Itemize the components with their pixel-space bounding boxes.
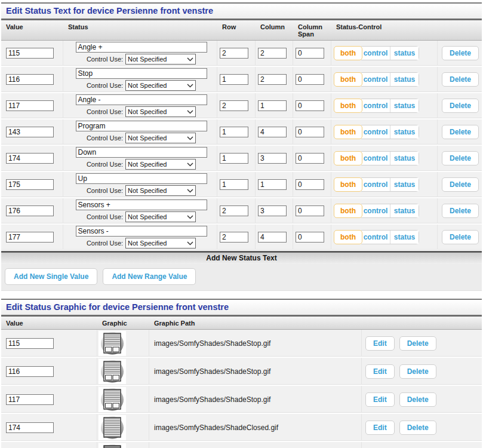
status-control-status-button[interactable]: status	[390, 125, 419, 139]
delete-button[interactable]: Delete	[442, 72, 479, 87]
status-control-status-button[interactable]: status	[390, 73, 419, 86]
row-input[interactable]	[220, 205, 248, 216]
column-input[interactable]	[258, 205, 287, 216]
delete-button[interactable]: Delete	[442, 204, 479, 218]
control-use-select[interactable]: Not Specified	[125, 133, 196, 143]
column-span-input[interactable]	[296, 205, 324, 216]
delete-button[interactable]: Delete	[442, 46, 479, 60]
value-input[interactable]	[6, 100, 54, 111]
value-input[interactable]	[6, 153, 54, 164]
edit-button[interactable]: Edit	[365, 364, 395, 379]
row-input[interactable]	[220, 153, 248, 164]
column-input[interactable]	[258, 74, 287, 85]
column-span-input[interactable]	[296, 127, 324, 137]
status-text-input[interactable]	[76, 147, 207, 158]
value-input[interactable]	[6, 232, 54, 243]
column-input[interactable]	[258, 153, 287, 164]
value-input[interactable]	[6, 422, 54, 433]
status-text-input[interactable]	[76, 68, 207, 79]
status-text-input[interactable]	[76, 200, 207, 210]
status-control-control-button[interactable]: control	[361, 204, 390, 217]
row-input[interactable]	[220, 48, 248, 59]
status-control-control-button[interactable]: control	[361, 152, 390, 165]
status-control-control-button[interactable]: control	[361, 99, 390, 112]
delete-button[interactable]: Delete	[442, 151, 479, 165]
column-input[interactable]	[258, 179, 287, 190]
status-control-control-button[interactable]: control	[361, 47, 390, 60]
status-control-status-button[interactable]: status	[390, 99, 419, 112]
status-text-input[interactable]	[76, 121, 207, 131]
control-use-select[interactable]: Not Specified	[125, 211, 196, 222]
control-use-select[interactable]: Not Specified	[125, 159, 196, 170]
add-new-range-value-button[interactable]: Add New Range Value	[103, 268, 196, 285]
delete-button[interactable]: Delete	[399, 336, 436, 351]
row-input[interactable]	[220, 100, 248, 111]
column-header-value: Value	[1, 20, 63, 33]
status-control-rest: control status	[361, 204, 419, 218]
control-use-select[interactable]: Not Specified	[125, 106, 196, 117]
delete-button[interactable]: Delete	[442, 230, 479, 244]
status-control-both-button[interactable]: both	[334, 125, 362, 139]
row-input[interactable]	[220, 232, 248, 243]
status-text-input[interactable]	[76, 94, 207, 105]
column-span-input[interactable]	[296, 179, 324, 190]
status-control-status-button[interactable]: status	[390, 47, 419, 60]
delete-button[interactable]: Delete	[399, 421, 436, 435]
value-input[interactable]	[6, 74, 54, 85]
value-input[interactable]	[6, 366, 54, 377]
status-control-both-button[interactable]: both	[334, 151, 362, 165]
column-span-input[interactable]	[296, 48, 324, 59]
status-control-control-button[interactable]: control	[361, 231, 390, 244]
row-input[interactable]	[220, 127, 248, 137]
status-control-both-button[interactable]: both	[334, 204, 362, 218]
status-control-both-button[interactable]: both	[334, 46, 362, 60]
column-span-input[interactable]	[296, 74, 324, 85]
value-input[interactable]	[6, 179, 54, 190]
status-control-both-button[interactable]: both	[334, 72, 362, 87]
control-use-select[interactable]: Not Specified	[125, 80, 196, 91]
status-control-control-button[interactable]: control	[361, 73, 390, 86]
column-span-input[interactable]	[296, 100, 324, 111]
status-text-row: Control Use: Not Specified	[1, 225, 482, 251]
status-control-both-button[interactable]: both	[334, 99, 362, 113]
control-use-select[interactable]: Not Specified	[125, 54, 196, 65]
status-text-input[interactable]	[76, 173, 207, 184]
control-use-select[interactable]: Not Specified	[125, 238, 196, 248]
status-control-both-button[interactable]: both	[334, 177, 362, 192]
value-input[interactable]	[6, 394, 54, 405]
value-input[interactable]	[6, 205, 54, 216]
row-input[interactable]	[220, 74, 248, 85]
edit-button[interactable]: Edit	[365, 336, 395, 351]
edit-button[interactable]: Edit	[365, 392, 395, 407]
status-text-input[interactable]	[76, 42, 207, 53]
value-input[interactable]	[6, 127, 54, 137]
column-input[interactable]	[258, 232, 287, 243]
column-span-input[interactable]	[296, 232, 324, 243]
add-new-single-value-button[interactable]: Add New Single Value	[5, 268, 97, 285]
column-header-row: Row	[217, 20, 256, 33]
status-control-status-button[interactable]: status	[390, 231, 419, 244]
edit-button[interactable]: Edit	[365, 421, 395, 435]
status-control-status-button[interactable]: status	[390, 204, 419, 217]
value-input[interactable]	[6, 48, 54, 59]
status-text-input[interactable]	[76, 226, 207, 237]
delete-button[interactable]: Delete	[399, 364, 436, 379]
column-span-input[interactable]	[296, 153, 324, 164]
delete-button[interactable]: Delete	[442, 177, 479, 192]
chevron-down-icon	[187, 84, 193, 88]
control-use-select[interactable]: Not Specified	[125, 185, 196, 196]
delete-button[interactable]: Delete	[399, 392, 436, 407]
row-input[interactable]	[220, 179, 248, 190]
value-input[interactable]	[6, 338, 54, 349]
column-input[interactable]	[258, 100, 287, 111]
column-input[interactable]	[258, 48, 287, 59]
delete-button[interactable]: Delete	[442, 99, 479, 113]
shade-stop-icon	[99, 387, 126, 412]
status-control-control-button[interactable]: control	[361, 125, 390, 139]
column-input[interactable]	[258, 127, 287, 137]
delete-button[interactable]: Delete	[442, 125, 479, 139]
status-control-status-button[interactable]: status	[390, 152, 419, 165]
status-control-status-button[interactable]: status	[390, 178, 419, 191]
status-control-both-button[interactable]: both	[334, 230, 362, 244]
status-control-control-button[interactable]: control	[361, 178, 390, 191]
